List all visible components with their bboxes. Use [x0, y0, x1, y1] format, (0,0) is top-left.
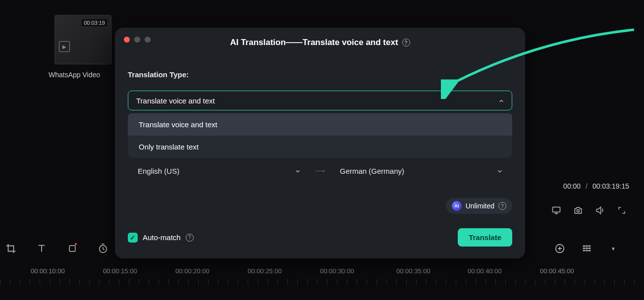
window-zoom-icon[interactable]	[145, 37, 151, 43]
translation-type-value: Translate voice and text	[136, 97, 215, 105]
translation-type-select[interactable]: Translate voice and text	[128, 91, 512, 110]
help-icon[interactable]: ?	[186, 234, 194, 242]
svg-rect-8	[583, 248, 586, 249]
svg-rect-11	[583, 250, 586, 251]
timeline-tick-label: 00:00:15:00	[103, 267, 137, 275]
arrow-right-icon: ⟶	[315, 167, 325, 175]
svg-rect-0	[553, 207, 560, 212]
chevron-down-icon	[496, 168, 502, 174]
translation-type-dropdown: Translate voice and text Only translate …	[128, 113, 512, 158]
monitor-icon[interactable]	[551, 205, 562, 216]
video-type-icon: ▶	[59, 41, 70, 52]
help-icon[interactable]: ?	[402, 39, 410, 47]
svg-rect-13	[589, 250, 591, 251]
target-language-value: German (Germany)	[340, 167, 404, 175]
dropdown-option-text-only[interactable]: Only translate text	[128, 136, 512, 158]
timeline-tick-label: 00:00:10:00	[31, 267, 65, 275]
translate-button[interactable]: Translate	[458, 228, 512, 247]
media-label: WhatsApp Video	[49, 71, 100, 79]
svg-rect-5	[583, 246, 586, 247]
window-minimize-icon[interactable]	[134, 37, 140, 43]
add-track-icon[interactable]	[554, 243, 566, 254]
svg-rect-12	[586, 250, 588, 251]
timeline-tick-label: 00:00:40:00	[468, 267, 502, 275]
source-language-value: English (US)	[138, 167, 179, 175]
translation-type-label: Translation Type:	[128, 70, 512, 79]
source-language-select[interactable]: English (US)	[132, 162, 306, 180]
crop-icon[interactable]	[5, 243, 17, 254]
timeline-ruler[interactable]: 00:00:10:0000:00:15:0000:00:20:0000:00:2…	[0, 262, 644, 292]
help-icon[interactable]: ?	[498, 202, 506, 210]
time-separator: /	[586, 182, 588, 190]
media-duration-badge: 00:03:19	[82, 19, 107, 26]
svg-rect-6	[586, 246, 588, 247]
current-time: 00:00	[563, 182, 581, 190]
target-language-select[interactable]: German (Germany)	[334, 162, 508, 180]
svg-rect-9	[586, 248, 588, 249]
ai-translation-dialog: AI Translation——Translate voice and text…	[115, 28, 525, 258]
svg-rect-7	[589, 246, 591, 247]
dropdown-option-voice-text[interactable]: Translate voice and text	[128, 113, 512, 136]
svg-rect-2	[69, 246, 75, 251]
ai-icon: AI	[452, 201, 462, 211]
playback-time-display: 00:00 / 00:03:19:15	[563, 182, 629, 190]
timeline-tick-label: 00:00:20:00	[175, 267, 210, 275]
camera-icon[interactable]	[573, 205, 584, 216]
timer-icon[interactable]	[97, 243, 109, 254]
volume-icon[interactable]	[594, 205, 605, 216]
timeline-tick-label: 00:00:35:00	[396, 267, 430, 275]
chevron-down-icon	[294, 168, 300, 174]
text-icon[interactable]	[36, 243, 48, 254]
unlimited-badge: AI Unlimited ?	[446, 198, 512, 214]
svg-point-1	[577, 209, 580, 212]
grid-view-icon[interactable]	[581, 243, 592, 254]
auto-match-label: Auto-match	[143, 233, 181, 242]
dialog-title: AI Translation——Translate voice and text	[230, 38, 398, 48]
window-close-icon[interactable]	[124, 37, 130, 43]
timeline-tick-label: 00:00:45:00	[540, 267, 574, 275]
fullscreen-icon[interactable]	[616, 205, 627, 216]
timeline-tick-label: 00:00:25:00	[248, 267, 282, 275]
total-time: 00:03:19:15	[592, 182, 629, 190]
svg-rect-10	[589, 248, 591, 249]
dropdown-menu-icon[interactable]: ▼	[607, 243, 619, 254]
shape-icon[interactable]	[66, 243, 78, 254]
chevron-up-icon	[498, 98, 504, 103]
media-thumbnail[interactable]: 00:03:19 ▶	[54, 15, 111, 64]
auto-match-checkbox[interactable]: ✓	[128, 233, 138, 243]
unlimited-label: Unlimited	[466, 202, 494, 210]
timeline-tick-label: 00:00:30:00	[320, 267, 354, 275]
